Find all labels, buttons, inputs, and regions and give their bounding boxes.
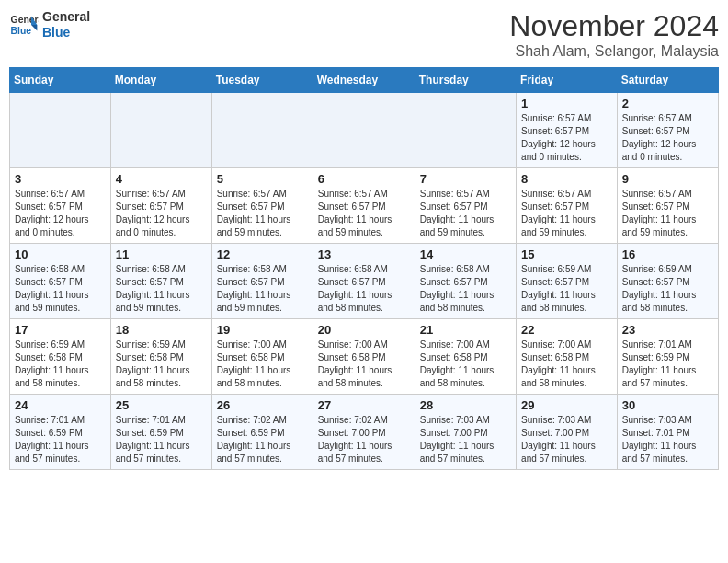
week-row-5: 24Sunrise: 7:01 AMSunset: 6:59 PMDayligh… xyxy=(10,395,719,470)
calendar-cell: 22Sunrise: 7:00 AMSunset: 6:58 PMDayligh… xyxy=(517,319,618,395)
calendar-cell: 28Sunrise: 7:03 AMSunset: 7:00 PMDayligh… xyxy=(415,395,516,470)
day-number: 18 xyxy=(116,323,207,337)
day-info: Sunrise: 6:58 AMSunset: 6:57 PMDaylight:… xyxy=(318,263,410,315)
day-number: 2 xyxy=(622,97,713,110)
day-number: 23 xyxy=(622,323,713,337)
calendar-cell xyxy=(110,93,211,168)
calendar-cell: 13Sunrise: 6:58 AMSunset: 6:57 PMDayligh… xyxy=(313,244,415,319)
day-info: Sunrise: 6:57 AMSunset: 6:57 PMDaylight:… xyxy=(318,188,410,239)
title-block: November 2024 Shah Alam, Selangor, Malay… xyxy=(509,9,719,60)
calendar-cell: 6Sunrise: 6:57 AMSunset: 6:57 PMDaylight… xyxy=(313,168,415,244)
day-number: 27 xyxy=(318,398,410,412)
day-info: Sunrise: 7:03 AMSunset: 7:00 PMDaylight:… xyxy=(521,414,612,465)
calendar-cell: 23Sunrise: 7:01 AMSunset: 6:59 PMDayligh… xyxy=(617,319,718,395)
day-number: 5 xyxy=(217,172,308,186)
day-info: Sunrise: 7:01 AMSunset: 6:59 PMDaylight:… xyxy=(15,414,106,465)
week-row-4: 17Sunrise: 6:59 AMSunset: 6:58 PMDayligh… xyxy=(10,319,719,395)
calendar-cell: 3Sunrise: 6:57 AMSunset: 6:57 PMDaylight… xyxy=(10,168,111,244)
location-title: Shah Alam, Selangor, Malaysia xyxy=(509,43,719,60)
day-number: 29 xyxy=(521,398,612,412)
day-number: 12 xyxy=(217,247,308,261)
calendar-cell xyxy=(211,93,313,168)
day-info: Sunrise: 6:57 AMSunset: 6:57 PMDaylight:… xyxy=(116,188,207,239)
day-info: Sunrise: 6:57 AMSunset: 6:57 PMDaylight:… xyxy=(420,188,511,239)
page-header: General Blue General Blue November 2024 … xyxy=(9,9,719,60)
day-info: Sunrise: 6:59 AMSunset: 6:58 PMDaylight:… xyxy=(15,339,106,390)
day-info: Sunrise: 7:00 AMSunset: 6:58 PMDaylight:… xyxy=(420,339,511,390)
day-number: 6 xyxy=(318,172,410,186)
day-number: 14 xyxy=(420,247,511,261)
day-number: 3 xyxy=(15,172,106,186)
day-number: 17 xyxy=(15,323,106,337)
calendar-cell: 20Sunrise: 7:00 AMSunset: 6:58 PMDayligh… xyxy=(313,319,415,395)
week-row-3: 10Sunrise: 6:58 AMSunset: 6:57 PMDayligh… xyxy=(10,244,719,319)
dow-header-friday: Friday xyxy=(517,68,618,93)
dow-header-wednesday: Wednesday xyxy=(313,68,415,93)
day-info: Sunrise: 6:59 AMSunset: 6:58 PMDaylight:… xyxy=(116,339,207,390)
day-info: Sunrise: 7:01 AMSunset: 6:59 PMDaylight:… xyxy=(622,339,713,390)
svg-marker-3 xyxy=(31,25,37,30)
calendar-cell: 21Sunrise: 7:00 AMSunset: 6:58 PMDayligh… xyxy=(415,319,516,395)
dow-header-thursday: Thursday xyxy=(415,68,516,93)
calendar-cell: 25Sunrise: 7:01 AMSunset: 6:59 PMDayligh… xyxy=(110,395,211,470)
day-number: 9 xyxy=(622,172,713,186)
calendar-body: 1Sunrise: 6:57 AMSunset: 6:57 PMDaylight… xyxy=(10,93,719,470)
logo-icon: General Blue xyxy=(9,10,39,40)
day-number: 16 xyxy=(622,247,713,261)
day-number: 15 xyxy=(521,247,612,261)
week-row-1: 1Sunrise: 6:57 AMSunset: 6:57 PMDaylight… xyxy=(10,93,719,168)
calendar-cell: 9Sunrise: 6:57 AMSunset: 6:57 PMDaylight… xyxy=(617,168,718,244)
day-info: Sunrise: 7:01 AMSunset: 6:59 PMDaylight:… xyxy=(116,414,207,465)
day-number: 28 xyxy=(420,398,511,412)
calendar-cell: 27Sunrise: 7:02 AMSunset: 7:00 PMDayligh… xyxy=(313,395,415,470)
calendar-cell: 15Sunrise: 6:59 AMSunset: 6:57 PMDayligh… xyxy=(517,244,618,319)
calendar-cell: 29Sunrise: 7:03 AMSunset: 7:00 PMDayligh… xyxy=(517,395,618,470)
calendar-cell: 12Sunrise: 6:58 AMSunset: 6:57 PMDayligh… xyxy=(211,244,313,319)
week-row-2: 3Sunrise: 6:57 AMSunset: 6:57 PMDaylight… xyxy=(10,168,719,244)
calendar-cell: 7Sunrise: 6:57 AMSunset: 6:57 PMDaylight… xyxy=(415,168,516,244)
day-number: 4 xyxy=(116,172,207,186)
day-number: 8 xyxy=(521,172,612,186)
day-info: Sunrise: 6:57 AMSunset: 6:57 PMDaylight:… xyxy=(217,188,308,239)
day-info: Sunrise: 6:57 AMSunset: 6:57 PMDaylight:… xyxy=(521,112,612,164)
day-info: Sunrise: 6:58 AMSunset: 6:57 PMDaylight:… xyxy=(15,263,106,315)
svg-text:Blue: Blue xyxy=(11,25,32,35)
day-info: Sunrise: 6:59 AMSunset: 6:57 PMDaylight:… xyxy=(622,263,713,315)
day-number: 26 xyxy=(217,398,308,412)
day-info: Sunrise: 6:59 AMSunset: 6:57 PMDaylight:… xyxy=(521,263,612,315)
day-info: Sunrise: 7:03 AMSunset: 7:01 PMDaylight:… xyxy=(622,414,713,465)
day-number: 7 xyxy=(420,172,511,186)
dow-header-saturday: Saturday xyxy=(617,68,718,93)
day-info: Sunrise: 7:00 AMSunset: 6:58 PMDaylight:… xyxy=(318,339,410,390)
day-number: 22 xyxy=(521,323,612,337)
calendar-cell: 24Sunrise: 7:01 AMSunset: 6:59 PMDayligh… xyxy=(10,395,111,470)
day-info: Sunrise: 6:57 AMSunset: 6:57 PMDaylight:… xyxy=(622,112,713,164)
day-info: Sunrise: 7:00 AMSunset: 6:58 PMDaylight:… xyxy=(521,339,612,390)
calendar-cell: 2Sunrise: 6:57 AMSunset: 6:57 PMDaylight… xyxy=(617,93,718,168)
calendar-cell: 8Sunrise: 6:57 AMSunset: 6:57 PMDaylight… xyxy=(517,168,618,244)
dow-header-tuesday: Tuesday xyxy=(211,68,313,93)
calendar-cell: 16Sunrise: 6:59 AMSunset: 6:57 PMDayligh… xyxy=(617,244,718,319)
calendar-cell: 26Sunrise: 7:02 AMSunset: 6:59 PMDayligh… xyxy=(211,395,313,470)
day-info: Sunrise: 6:58 AMSunset: 6:57 PMDaylight:… xyxy=(116,263,207,315)
calendar-cell: 19Sunrise: 7:00 AMSunset: 6:58 PMDayligh… xyxy=(211,319,313,395)
day-number: 10 xyxy=(15,247,106,261)
calendar-cell: 5Sunrise: 6:57 AMSunset: 6:57 PMDaylight… xyxy=(211,168,313,244)
day-info: Sunrise: 7:00 AMSunset: 6:58 PMDaylight:… xyxy=(217,339,308,390)
month-title: November 2024 xyxy=(509,9,719,43)
calendar-table: SundayMondayTuesdayWednesdayThursdayFrid… xyxy=(9,67,719,470)
calendar-cell: 18Sunrise: 6:59 AMSunset: 6:58 PMDayligh… xyxy=(110,319,211,395)
day-number: 21 xyxy=(420,323,511,337)
calendar-cell: 14Sunrise: 6:58 AMSunset: 6:57 PMDayligh… xyxy=(415,244,516,319)
calendar-cell: 4Sunrise: 6:57 AMSunset: 6:57 PMDaylight… xyxy=(110,168,211,244)
logo-text: General Blue xyxy=(42,9,90,40)
day-number: 30 xyxy=(622,398,713,412)
day-number: 11 xyxy=(116,247,207,261)
calendar-cell xyxy=(313,93,415,168)
calendar-cell: 10Sunrise: 6:58 AMSunset: 6:57 PMDayligh… xyxy=(10,244,111,319)
calendar-cell: 17Sunrise: 6:59 AMSunset: 6:58 PMDayligh… xyxy=(10,319,111,395)
day-info: Sunrise: 7:02 AMSunset: 7:00 PMDaylight:… xyxy=(318,414,410,465)
logo: General Blue General Blue xyxy=(9,9,90,40)
day-number: 25 xyxy=(116,398,207,412)
dow-header-sunday: Sunday xyxy=(10,68,111,93)
